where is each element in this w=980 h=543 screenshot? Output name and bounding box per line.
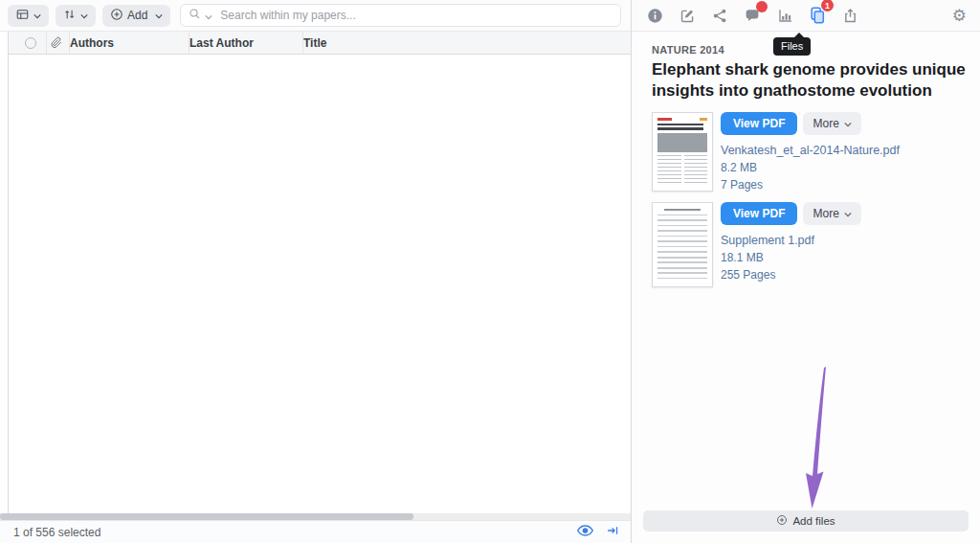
gear-icon[interactable]: ⚙	[952, 6, 967, 25]
horizontal-scrollbar[interactable]	[0, 513, 631, 520]
status-bar: 1 of 556 selected	[0, 520, 631, 543]
file-entry: View PDF More Supplement 1.pdf 18.1 MB 2…	[652, 202, 968, 282]
add-button[interactable]: Add	[102, 5, 170, 27]
search-icon	[189, 7, 201, 24]
file-name-link[interactable]: Venkatesh_et_al-2014-Nature.pdf	[721, 144, 968, 157]
plus-circle-icon	[110, 8, 123, 24]
sort-icon	[63, 8, 77, 24]
scrollbar-thumb[interactable]	[0, 513, 413, 520]
selection-status-text: 1 of 556 selected	[13, 526, 100, 539]
file-size: 8.2 MB	[721, 161, 968, 174]
add-files-button[interactable]: Add files	[643, 510, 969, 532]
table-view-icon	[15, 8, 30, 24]
comments-icon[interactable]	[742, 5, 763, 26]
select-all-circle-icon[interactable]	[25, 37, 36, 49]
select-all-cell[interactable]	[9, 32, 47, 54]
files-badge: 1	[821, 0, 834, 11]
chevron-down-icon	[844, 207, 852, 220]
share-icon[interactable]	[709, 5, 730, 26]
table-body	[9, 55, 631, 513]
skip-to-end-icon[interactable]	[606, 524, 619, 540]
files-icon[interactable]: 1	[807, 5, 828, 26]
last-author-column-header[interactable]: Last Author	[189, 32, 303, 54]
annotation-arrow	[802, 367, 833, 510]
chevron-down-icon	[205, 7, 212, 24]
pdf-thumbnail[interactable]	[652, 202, 713, 287]
view-pdf-button[interactable]: View PDF	[721, 112, 797, 135]
export-icon[interactable]	[839, 5, 860, 26]
add-files-label: Add files	[792, 515, 835, 527]
plus-circle-icon	[776, 514, 788, 528]
edit-icon[interactable]	[677, 5, 698, 26]
journal-year-label: NATURE 2014	[652, 44, 724, 56]
file-size: 18.1 MB	[721, 251, 968, 264]
file-pages: 255 Pages	[721, 268, 968, 282]
chevron-down-icon	[844, 117, 852, 130]
eye-icon[interactable]	[577, 524, 593, 540]
papers-table: Authors Last Author Title	[8, 32, 631, 513]
comments-badge	[756, 1, 768, 12]
pdf-thumbnail[interactable]	[652, 112, 713, 192]
files-tooltip: Files	[773, 37, 811, 56]
table-header-row: Authors Last Author Title	[9, 32, 631, 55]
paper-title: Elephant shark genome provides unique in…	[652, 59, 973, 102]
more-button[interactable]: More	[803, 202, 860, 225]
search-input[interactable]	[220, 9, 612, 22]
more-button[interactable]: More	[803, 112, 860, 135]
paper-detail-panel: 1 ⚙ Files NATURE 2014 Elephant shark gen…	[632, 0, 980, 543]
sort-button[interactable]	[56, 5, 96, 27]
search-box[interactable]	[180, 4, 621, 27]
view-pdf-button[interactable]: View PDF	[721, 202, 797, 225]
paperclip-icon	[51, 36, 62, 49]
info-icon[interactable]	[644, 5, 665, 26]
add-button-label: Add	[127, 9, 147, 22]
detail-toolbar: 1 ⚙	[632, 0, 980, 32]
title-column-header[interactable]: Title	[303, 32, 631, 54]
file-entry: View PDF More Venkatesh_et_al-2014-Natur…	[652, 112, 968, 192]
metrics-icon[interactable]	[774, 5, 795, 26]
chevron-down-icon	[155, 9, 163, 22]
papers-app: Add	[0, 0, 980, 543]
papers-list-panel: Add	[0, 0, 632, 543]
file-pages: 7 Pages	[721, 178, 968, 192]
chevron-down-icon	[80, 9, 88, 22]
attachment-header-cell[interactable]	[47, 32, 70, 54]
authors-column-header[interactable]: Authors	[70, 32, 189, 54]
list-toolbar: Add	[0, 0, 631, 32]
file-name-link[interactable]: Supplement 1.pdf	[721, 234, 968, 247]
view-layout-button[interactable]	[8, 5, 49, 27]
chevron-down-icon	[33, 9, 41, 22]
